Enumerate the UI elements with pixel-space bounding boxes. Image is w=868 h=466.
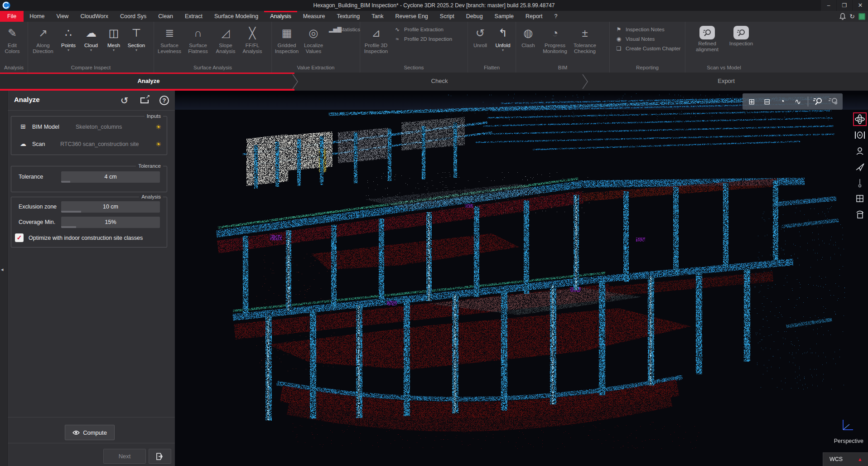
refined-alignment-button[interactable]: Refined alignment xyxy=(693,23,721,63)
inspection-quick-icon[interactable] xyxy=(828,97,839,106)
menu-item-view[interactable]: View xyxy=(51,11,75,22)
orbit-mode-button[interactable] xyxy=(853,112,867,126)
refined-alignment-quick-icon[interactable] xyxy=(813,97,824,106)
menu-item-coord-sys[interactable]: Coord Sys xyxy=(114,11,152,22)
scan-value[interactable]: RTC360 scan_construction site xyxy=(60,141,139,147)
fly-mode-button[interactable] xyxy=(853,160,867,174)
gridded-inspection-button[interactable]: ▦ Gridded Inspection xyxy=(273,23,301,63)
slope-analysis-button[interactable]: ◿ Slope Analysis xyxy=(212,23,239,63)
menu-item-home[interactable]: Home xyxy=(24,11,50,22)
menu-item-sample[interactable]: Sample xyxy=(489,11,520,22)
collapse-arrow-icon[interactable]: ◂ xyxy=(1,267,4,272)
apply-close-button[interactable] xyxy=(149,449,171,464)
menu-item-report[interactable]: Report xyxy=(520,11,549,22)
restore-button[interactable]: ❐ xyxy=(837,0,852,11)
ribbon-group-sections: ⊿ Profile 3D Inspection ∿ Profile Extrac… xyxy=(360,22,468,73)
chapter-tag-icon: ❏ xyxy=(615,45,622,52)
panel-title: Analyze xyxy=(14,96,40,103)
menu-item-help[interactable]: ? xyxy=(549,11,564,22)
remote-support-icon[interactable] xyxy=(858,13,865,20)
measure-remove-icon[interactable]: ⊟ xyxy=(762,97,772,107)
angle-measure-icon[interactable]: ◔ xyxy=(777,97,788,106)
menu-item-tank[interactable]: Tank xyxy=(366,11,389,22)
menu-item-script[interactable]: Script xyxy=(434,11,460,22)
measure-add-icon[interactable]: ⊞ xyxy=(746,97,757,107)
profile-2d-inspection-button[interactable]: ≈ Profile 2D Inspection xyxy=(394,36,452,42)
coordinate-system-label[interactable]: WCS xyxy=(829,456,843,462)
menu-item-surface-modeling[interactable]: Surface Modeling xyxy=(208,11,264,22)
menu-item-file[interactable]: File xyxy=(0,11,24,22)
menu-item-measure[interactable]: Measure xyxy=(297,11,331,22)
coordinate-system-bar[interactable]: WCS ▲ xyxy=(823,452,868,466)
compare-section-button[interactable]: ⊤ Section ▾ xyxy=(125,23,148,63)
panel-collapse-strip[interactable]: ◂ xyxy=(0,91,8,466)
bim-model-value[interactable]: Skeleton_columns xyxy=(76,124,122,130)
coverage-min-fill xyxy=(61,226,76,228)
menu-item-analysis[interactable]: Analysis xyxy=(264,11,297,22)
optimize-checkbox-label[interactable]: Optimize with indoor construction site c… xyxy=(29,235,143,241)
crossed-lines-icon: ╳ xyxy=(249,24,256,43)
profile-extraction-button[interactable]: ∿ Profile Extraction xyxy=(394,26,452,33)
profile-3d-inspection-button[interactable]: ⊿ Profile 3D Inspection xyxy=(361,23,391,63)
menu-item-extract[interactable]: Extract xyxy=(179,11,208,22)
menu-item-reverse-eng[interactable]: Reverse Eng xyxy=(390,11,434,22)
localize-values-button[interactable]: ◎ Localize Values xyxy=(301,23,326,63)
viewport-3d[interactable]: ⊞ ⊟ ◔ ∿ xyxy=(175,91,868,466)
detach-panel-button[interactable] xyxy=(138,94,150,107)
edit-colors-button[interactable]: ✎ Edit Colors xyxy=(1,23,24,63)
reset-button[interactable]: ↺ xyxy=(118,94,130,107)
rotate-cube-button[interactable] xyxy=(853,208,867,221)
chevron-down-icon[interactable]: ▾ xyxy=(135,49,137,53)
unroll-button[interactable]: ↺ Unroll xyxy=(469,23,492,63)
optimize-checkbox[interactable]: ✓ xyxy=(15,233,24,242)
note-flag-icon: ⚑ xyxy=(615,26,622,33)
menu-item-cloudworx[interactable]: CloudWorx xyxy=(74,11,114,22)
notifications-bell-icon[interactable] xyxy=(839,13,846,20)
workflow-step-analyze[interactable]: Analyze xyxy=(137,73,159,89)
sync-icon[interactable]: ↻ xyxy=(849,11,855,22)
create-custom-chapter-button[interactable]: ❏ Create Custom Chapter xyxy=(615,45,680,52)
chevron-down-icon[interactable]: ▾ xyxy=(90,49,92,53)
surface-flatness-button[interactable]: ∩ Surface Flatness xyxy=(184,23,212,63)
help-button[interactable]: ? xyxy=(158,94,170,107)
minimize-button[interactable]: – xyxy=(821,0,836,11)
clash-icon: ◍ xyxy=(524,24,533,43)
workflow-step-check[interactable]: Check xyxy=(431,73,448,89)
statistics-button[interactable]: ▂▅▇ Statistics xyxy=(329,26,360,33)
chevron-down-icon[interactable]: ▾ xyxy=(68,49,69,53)
clash-button[interactable]: ◍ Clash xyxy=(517,23,540,63)
inspection-notes-button[interactable]: ⚑ Inspection Notes xyxy=(615,26,680,33)
angle-profile-icon[interactable]: ∿ xyxy=(792,97,803,107)
chevron-down-icon[interactable]: ▾ xyxy=(502,49,504,53)
tolerance-input[interactable]: 4 cm xyxy=(61,171,160,183)
chevron-down-icon[interactable]: ▾ xyxy=(113,49,115,53)
tolerance-checking-button[interactable]: ± Tolerance Checking xyxy=(570,23,599,63)
visual-notes-button[interactable]: ◉ Visual Notes xyxy=(615,36,680,42)
compute-button[interactable]: Compute xyxy=(65,425,115,440)
workflow-step-export[interactable]: Export xyxy=(718,73,735,89)
examine-view-button[interactable] xyxy=(853,144,867,158)
visibility-sun-icon[interactable]: ☀ xyxy=(155,141,161,148)
compare-mesh-button[interactable]: ◫ Mesh ▾ xyxy=(102,23,125,63)
cs-expand-caret-icon[interactable]: ▲ xyxy=(858,456,863,462)
fit-view-button[interactable] xyxy=(853,128,867,142)
projection-label[interactable]: Perspective xyxy=(834,438,863,444)
station-view-button[interactable] xyxy=(853,176,867,189)
close-button[interactable]: ✕ xyxy=(853,0,868,11)
ortho-grid-button[interactable] xyxy=(853,192,867,205)
progress-monitoring-button[interactable]: ◔ Progress Monitoring xyxy=(540,23,570,63)
exclusion-zone-input[interactable]: 10 cm xyxy=(61,201,160,213)
along-direction-button[interactable]: ↗ Along Direction xyxy=(29,23,57,63)
next-button[interactable]: Next xyxy=(103,449,146,464)
visibility-sun-icon[interactable]: ☀ xyxy=(155,123,161,131)
surface-levelness-button[interactable]: ≣ Surface Levelness xyxy=(155,23,184,63)
coverage-min-input[interactable]: 15% xyxy=(61,217,160,228)
compare-points-button[interactable]: ∴ Points ▾ xyxy=(57,23,80,63)
fffl-analysis-button[interactable]: ╳ FF/FL Analysis xyxy=(239,23,265,63)
menu-item-clean[interactable]: Clean xyxy=(152,11,179,22)
menu-item-texturing[interactable]: Texturing xyxy=(331,11,366,22)
unfold-button[interactable]: ↰ Unfold ▾ xyxy=(492,23,514,63)
compare-cloud-button[interactable]: ☁ Cloud ▾ xyxy=(80,23,102,63)
scan-model-inspection-button[interactable]: Inspection xyxy=(728,23,755,63)
menu-item-debug[interactable]: Debug xyxy=(460,11,489,22)
